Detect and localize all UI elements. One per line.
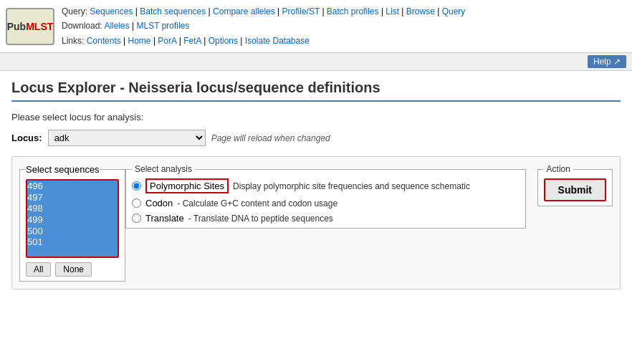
radio-codon[interactable] <box>132 198 141 208</box>
logo: PubMLST <box>6 8 54 45</box>
logo-pub: PubMLST <box>7 21 54 32</box>
translate-desc: - Translate DNA to peptide sequences <box>188 214 333 224</box>
seq-option-496: 496 <box>27 181 118 192</box>
help-bar: Help ↗ <box>0 53 632 71</box>
radio-polymorphic[interactable] <box>132 181 141 191</box>
nav-batch-profiles[interactable]: Batch profiles <box>327 6 379 16</box>
sequences-panel: Select sequences 496 497 498 499 500 501… <box>19 164 125 282</box>
panels-row: Select sequences 496 497 498 499 500 501… <box>11 156 621 289</box>
action-panel: Action Submit <box>537 164 613 206</box>
action-panel-label: Action <box>544 164 573 174</box>
locus-label: Locus: <box>11 133 42 143</box>
download-label: Download: <box>62 21 102 31</box>
nav-browse[interactable]: Browse <box>406 6 435 16</box>
analysis-option-codon: Codon - Calculate G+C content and codon … <box>132 198 520 209</box>
seq-option-500: 500 <box>27 226 118 237</box>
seq-option-498: 498 <box>27 203 118 214</box>
locus-row: Locus: adk Page will reload when changed <box>11 130 621 146</box>
locus-select[interactable]: adk <box>48 130 206 146</box>
main-content: Locus Explorer - Neisseria locus/sequenc… <box>0 71 632 298</box>
analysis-options: Polymorphic Sites Display polymorphic si… <box>132 178 520 224</box>
locus-note: Page will reload when changed <box>211 133 330 143</box>
nav-pora[interactable]: PorA <box>158 36 176 46</box>
sequences-listbox[interactable]: 496 497 498 499 500 501 <box>26 179 119 258</box>
polymorphic-desc: Display polymorphic site frequencies and… <box>233 181 470 191</box>
select-locus-instruction: Please select locus for analysis: <box>11 112 621 123</box>
nav-alleles[interactable]: Alleles <box>104 21 129 31</box>
help-button[interactable]: Help ↗ <box>588 55 626 68</box>
nav-mlst-profiles[interactable]: MLST profiles <box>137 21 190 31</box>
submit-button[interactable]: Submit <box>544 178 606 201</box>
nav-isolate-database[interactable]: Isolate Database <box>245 36 310 46</box>
codon-desc: - Calculate G+C content and codon usage <box>177 198 337 209</box>
query-label: Query: <box>62 6 87 16</box>
codon-label[interactable]: Codon <box>145 198 173 209</box>
header-links: Query: Sequences | Batch sequences | Com… <box>62 4 465 48</box>
links-label: Links: <box>62 36 84 46</box>
nav-compare-alleles[interactable]: Compare alleles <box>213 6 275 16</box>
none-button[interactable]: None <box>55 262 92 277</box>
sequences-panel-label: Select sequences <box>26 164 100 175</box>
nav-batch-sequences[interactable]: Batch sequences <box>140 6 206 16</box>
nav-contents[interactable]: Contents <box>87 36 121 46</box>
seq-buttons: All None <box>26 262 119 277</box>
nav-feta[interactable]: FetA <box>183 36 201 46</box>
polymorphic-label[interactable]: Polymorphic Sites <box>145 178 229 193</box>
analysis-option-polymorphic: Polymorphic Sites Display polymorphic si… <box>132 178 520 193</box>
seq-option-501: 501 <box>27 236 118 248</box>
analysis-panel-label: Select analysis <box>132 164 195 174</box>
all-button[interactable]: All <box>26 262 51 277</box>
nav-home[interactable]: Home <box>128 36 151 46</box>
nav-list[interactable]: List <box>386 6 399 16</box>
nav-options[interactable]: Options <box>209 36 238 46</box>
translate-label[interactable]: Translate <box>145 213 184 224</box>
seq-option-499: 499 <box>27 214 118 226</box>
radio-translate[interactable] <box>132 214 141 223</box>
nav-query[interactable]: Query <box>442 6 466 16</box>
nav-sequences[interactable]: Sequences <box>90 6 133 16</box>
header: PubMLST Query: Sequences | Batch sequenc… <box>0 0 632 53</box>
analysis-option-translate: Translate - Translate DNA to peptide seq… <box>132 213 520 224</box>
nav-profile-st[interactable]: Profile/ST <box>282 6 320 16</box>
seq-option-497: 497 <box>27 192 118 203</box>
page-title: Locus Explorer - Neisseria locus/sequenc… <box>11 80 621 102</box>
analysis-panel: Select analysis Polymorphic Sites Displa… <box>125 164 526 229</box>
